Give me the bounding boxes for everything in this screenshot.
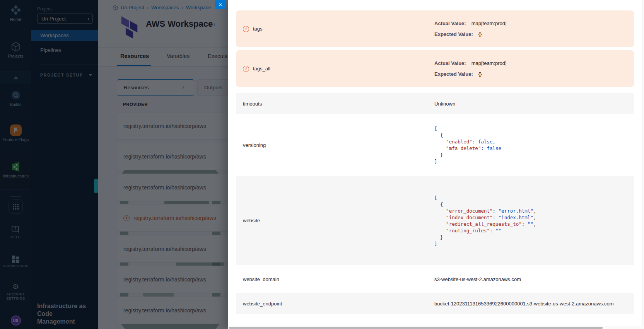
horizontal-scrollbar bbox=[228, 326, 644, 329]
horizontal-scrollbar-thumb[interactable] bbox=[229, 327, 603, 329]
resource-detail-drawer: tags Actual Value:map[team:prod] Expecte… bbox=[228, 0, 644, 329]
attribute-row-tags: tags Actual Value:map[team:prod] Expecte… bbox=[236, 10, 634, 47]
actual-value-label: Actual Value: bbox=[434, 20, 466, 26]
drift-values: Actual Value:map[team:prod] Expected Val… bbox=[434, 20, 507, 37]
expected-value-label: Expected Value: bbox=[434, 71, 473, 77]
actual-value: map[team:prod] bbox=[471, 60, 507, 66]
app-root: Home Projects Builds Feature Flags bbox=[0, 0, 644, 329]
attribute-row-website-endpoint: website_endpoint bucket-1202311131653369… bbox=[236, 293, 634, 314]
json-code-block: [ { "error_document": "error.html", "ind… bbox=[434, 194, 536, 247]
attribute-row-timeouts: timeouts Unknown bbox=[236, 93, 634, 114]
json-code-block: [ { "enabled": false, "mfa_delete": fals… bbox=[434, 125, 501, 165]
attribute-name: versioning bbox=[243, 142, 266, 148]
attribute-name: tags_all bbox=[253, 66, 270, 72]
actual-value: map[team:prod] bbox=[471, 20, 507, 26]
attribute-name: tags bbox=[253, 26, 263, 32]
attribute-value: bucket-120231113165336922600000001.s3-we… bbox=[434, 301, 614, 307]
expected-value-label: Expected Value: bbox=[434, 31, 473, 37]
attribute-row-tags-all: tags_all Actual Value:map[team:prod] Exp… bbox=[236, 50, 634, 87]
drift-info-icon bbox=[243, 66, 249, 72]
attribute-value: s3-website-us-west-2.amazonaws.com bbox=[434, 276, 521, 282]
attribute-name: website_domain bbox=[243, 276, 279, 282]
attribute-row-versioning: versioning [ { "enabled": false, "mfa_de… bbox=[236, 114, 634, 176]
actual-value-label: Actual Value: bbox=[434, 60, 466, 66]
drift-values: Actual Value:map[team:prod] Expected Val… bbox=[434, 60, 507, 77]
attribute-name: timeouts bbox=[243, 101, 262, 107]
attribute-row-website: website [ { "error_document": "error.htm… bbox=[236, 176, 634, 265]
close-icon: × bbox=[219, 1, 222, 8]
vertical-scrollbar[interactable] bbox=[642, 0, 644, 326]
attribute-row-website-domain: website_domain s3-website-us-west-2.amaz… bbox=[236, 265, 634, 293]
attribute-name: website_endpoint bbox=[243, 301, 282, 307]
attribute-value: Unknown bbox=[434, 101, 455, 107]
attribute-name: website bbox=[243, 218, 260, 223]
expected-value: {} bbox=[478, 31, 482, 37]
close-button[interactable]: × bbox=[215, 0, 226, 9]
drift-info-icon bbox=[243, 26, 249, 32]
expected-value: {} bbox=[478, 71, 482, 77]
